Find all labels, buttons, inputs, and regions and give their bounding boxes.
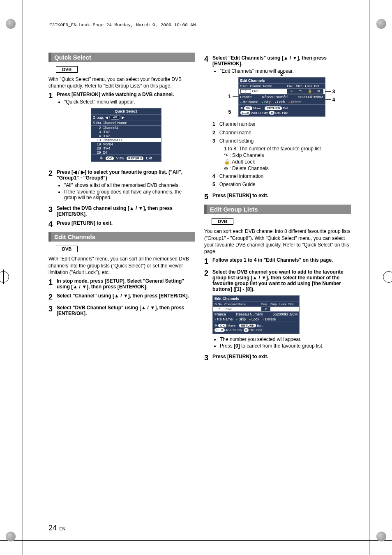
col-name: Channel Name (224, 302, 261, 306)
col-sno: S.No. (240, 84, 250, 88)
legend-sub: 1 to 8: The number of the favourite grou… (224, 146, 351, 152)
op-lock: Lock (249, 317, 259, 321)
legend-sub: : Delete Channels (229, 166, 268, 171)
zero-button-icon: 0 (244, 328, 249, 332)
guide-delfav: Del. Fav. (250, 328, 263, 332)
col-fav: Fav. (261, 302, 270, 306)
step-lead: Press [◀ / ▶] to select your favourite g… (57, 169, 195, 181)
row-name: Five (224, 307, 261, 311)
list-name: ITV4 (103, 146, 111, 150)
info-mux: Réseau Numéril (262, 95, 288, 99)
group-label: Group: (93, 115, 104, 120)
manual-page: E3TK0FD_EN.book Page 24 Monday, March 9,… (0, 0, 392, 555)
row-fav: 2 (261, 307, 270, 311)
register-circle-icon (6, 19, 16, 29)
list-sno: 13 (93, 138, 103, 142)
legend-item: Channel setting (219, 138, 254, 144)
op-rename: Re Name (240, 100, 258, 104)
print-header: E3TK0FD_EN.book Page 24 Monday, March 9,… (49, 23, 196, 28)
delete-icon: ⊗ (224, 166, 228, 171)
info-mux: Réseau Numéril (236, 312, 263, 316)
guide-addfav: Add To Fav. (251, 111, 268, 115)
step-lead: Follow steps 1 to 4 in "Edit Channels" o… (212, 257, 351, 263)
foot-view: View (116, 156, 124, 160)
dvb-tag: DVB (212, 218, 233, 225)
crop-line (369, 0, 369, 555)
step-bullet: If the favourite group does not have any… (64, 189, 195, 200)
register-mark-icon (383, 271, 392, 283)
return-button-icon: RETURN (239, 324, 256, 327)
list-name: Channel4+1 (103, 138, 123, 142)
page-number: 24 EN (48, 524, 65, 532)
intro-text: With "Quick Select" menu, you can select… (48, 76, 195, 89)
list-sno: 2 (93, 126, 103, 130)
col-skip: Skip (270, 302, 279, 306)
step-lead: Press [RETURN] to exit. (212, 354, 351, 359)
edit-channels-ui-wrap: 2 1 3 4 5 Edit Channels (228, 77, 335, 117)
legend-item: Channel information (219, 173, 263, 179)
col-fav: Fav. (287, 84, 296, 88)
guide-addfav: Add To Fav. (226, 328, 243, 332)
callout-5: 5 (228, 109, 231, 115)
num-button-icon: 1…8 (214, 328, 225, 332)
step-3: 3Select "DVB Channel Setup" using [▲ / ▼… (48, 305, 195, 316)
col-name: Channel Name (103, 121, 127, 125)
row-fav: 2 (287, 89, 296, 94)
register-circle-icon (6, 532, 16, 541)
step-lead: Select "DVB Channel Setup" using [▲ / ▼]… (57, 305, 195, 316)
info-country: France (240, 95, 252, 99)
legend: 1 Channel number 2 Channel name 3 Channe… (212, 121, 351, 188)
col-skip: Skip (296, 84, 305, 88)
ok-button-icon: OK (106, 157, 114, 160)
step-1: 1In stop mode, press [SETUP]. Select "Ge… (48, 278, 195, 290)
callout-4: 4 (332, 97, 335, 103)
guide-delfav: Del. Fav. (275, 111, 288, 115)
lock-icon: 🔒 (305, 89, 314, 94)
step-lead: In stop mode, press [SETUP]. Select "Gen… (57, 278, 195, 290)
col-lock: Lock (305, 84, 314, 88)
ui-title: Quick Select (91, 108, 161, 114)
num-button-icon: 1…8 (240, 111, 251, 115)
dpad-icon: ✥ (214, 324, 217, 327)
list-sno: 3 (93, 130, 103, 134)
list-name: More4 (103, 142, 113, 146)
legend-item: Operation Guide (219, 182, 256, 187)
step-lead: Press [RETURN] to exit. (212, 193, 351, 198)
callout-1: 1 (228, 94, 231, 99)
guide-move: Move (227, 324, 235, 327)
step-bullet: "All" shows a list of all the memorised … (64, 182, 195, 188)
legend-item: Channel name (219, 130, 251, 136)
op-skip: Skip (236, 317, 246, 321)
row-sno: 5 (240, 89, 251, 94)
lock-icon: 🔒 (224, 159, 228, 165)
step-lead: Select "Edit Channels" using [▲ / ▼], th… (212, 55, 351, 67)
step-2: 2 Press [◀ / ▶] to select your favourite… (48, 169, 195, 202)
step-4: 4 Press [RETURN] to exit. (48, 220, 195, 229)
page-number-value: 24 (48, 524, 57, 532)
step-1: 1Follow steps 1 to 4 in "Edit Channels" … (204, 257, 351, 266)
skip-icon: ↷ (224, 152, 228, 158)
step-4: 4 Select "Edit Channels" using [▲ / ▼], … (204, 55, 351, 189)
dvb-tag: DVB (56, 246, 78, 252)
step-lead: Press [RETURN] to exit. (57, 220, 195, 226)
op-delete: Delete (263, 317, 276, 321)
register-circle-icon (376, 19, 386, 29)
legend-sub: : Adult Lock (229, 159, 255, 165)
section-title-edit-group: Edit Group Lists (204, 205, 351, 214)
left-column: Quick Select DVB With "Quick Select" men… (48, 53, 195, 366)
info-freq: 562000kHz/8M (298, 95, 323, 99)
step-2: 2Select "Channel" using [▲ / ▼], then pr… (48, 293, 195, 302)
right-column: 4 Select "Edit Channels" using [▲ / ▼], … (204, 53, 351, 366)
zero-button-icon: 0 (269, 111, 274, 115)
step-lead: Press [ENTER/OK] while watching a DVB ch… (57, 92, 195, 97)
ok-button-icon: OK (218, 324, 226, 327)
crop-line (0, 540, 392, 541)
col-sno: S.No. (214, 302, 224, 306)
col-del: Del. (288, 302, 297, 306)
return-button-icon: RETURN (127, 157, 143, 160)
list-sno: 28 (93, 146, 103, 150)
step-bullet: Press [0] to cancel from the favourite g… (220, 343, 351, 349)
guide-move: Move (253, 106, 261, 110)
edit-channels-ui-2: Edit Channels S.No. Channel Name Fav. Sk… (212, 295, 300, 334)
list-sno: 19 (93, 142, 103, 146)
